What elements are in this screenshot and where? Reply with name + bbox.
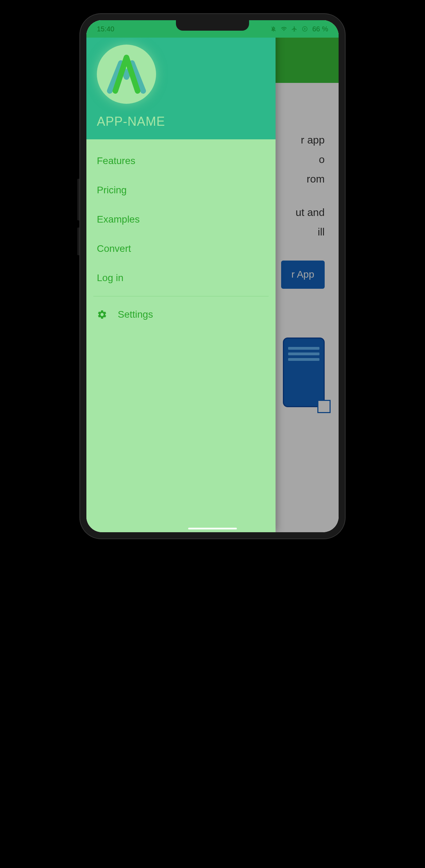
phone-screen: r app o rom ut and ill r App 15:40 [86, 20, 339, 532]
nav-item-examples[interactable]: Examples [86, 205, 276, 234]
drawer-body: Features Pricing Examples Convert Log in… [86, 139, 276, 532]
airplane-icon [291, 26, 298, 32]
app-logo [97, 45, 156, 104]
nav-item-login[interactable]: Log in [86, 263, 276, 293]
settings-label: Settings [118, 309, 153, 320]
status-time: 15:40 [97, 25, 114, 33]
nav-item-convert[interactable]: Convert [86, 234, 276, 263]
notifications-off-icon [270, 26, 277, 32]
status-battery: 66 % [312, 25, 328, 33]
drawer-header: APP-NAME [86, 20, 276, 139]
drawer-app-name: APP-NAME [97, 114, 265, 129]
navigation-drawer: APP-NAME Features Pricing Examples Conve… [86, 20, 276, 532]
nav-item-features[interactable]: Features [86, 146, 276, 176]
logo-icon [99, 46, 154, 102]
wifi-icon [281, 26, 287, 32]
home-indicator[interactable] [188, 528, 237, 529]
battery-icon [302, 26, 308, 32]
gear-icon [97, 309, 107, 320]
phone-frame: r app o rom ut and ill r App 15:40 [80, 14, 345, 538]
nav-item-pricing[interactable]: Pricing [86, 176, 276, 205]
phone-notch [176, 20, 249, 31]
drawer-divider [93, 296, 269, 296]
nav-item-settings[interactable]: Settings [86, 300, 276, 329]
